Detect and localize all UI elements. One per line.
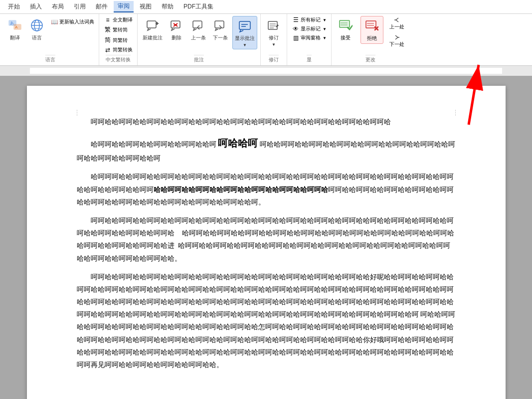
next-comment-button[interactable]: 下一条 — [210, 16, 230, 43]
next-change-button[interactable]: 下一处 — [387, 33, 406, 49]
track-changes-button[interactable]: 修订 ▼ — [264, 16, 284, 48]
all-marks-icon: ☰ — [292, 16, 300, 23]
ribbon-group-track: 修订 ▼ 修订 — [261, 14, 287, 65]
menu-bangzhu[interactable]: 帮助 — [158, 1, 177, 12]
review-pane-icon: ▥ — [292, 34, 300, 41]
language-button[interactable]: 语言 — [27, 16, 47, 43]
delete-icon — [169, 17, 184, 33]
delete-label: 删除 — [172, 34, 181, 41]
svg-rect-16 — [215, 21, 224, 28]
svg-rect-20 — [268, 21, 277, 29]
menu-shitu[interactable]: 视图 — [136, 1, 156, 12]
translate-group-label: 中文繁转换 — [106, 55, 131, 63]
svg-rect-9 — [147, 21, 156, 28]
prev-comment-icon — [190, 17, 206, 33]
fulltext-icon: ≡ — [104, 16, 112, 23]
show-marks-label: 显示标记 — [301, 25, 321, 32]
svg-rect-17 — [239, 21, 250, 29]
next-change-label: 下一处 — [389, 41, 404, 48]
menu-buju[interactable]: 布局 — [48, 1, 68, 12]
svg-text:あ: あ — [10, 21, 14, 25]
track-label: 修订 — [269, 34, 279, 41]
next-comment-icon — [212, 17, 228, 33]
fan-jian-icon: 繁 — [104, 25, 112, 34]
jian-fan-switch-button[interactable]: ⇄ 简繁转换 — [102, 46, 134, 54]
reject-label: 拒绝 — [367, 35, 377, 42]
svg-rect-15 — [193, 21, 202, 28]
track-icon — [266, 17, 282, 33]
language-label: 语言 — [32, 34, 42, 41]
prev-comment-label: 上一条 — [191, 34, 206, 41]
document-area: 呵呵哈哈呵呵哈哈呵呵哈哈呵呵哈哈呵呵哈哈呵呵哈哈呵呵哈哈呵呵哈哈呵呵哈哈呵呵哈哈… — [0, 76, 532, 399]
svg-text:A: A — [15, 25, 18, 29]
all-marks-arrow: ▼ — [323, 18, 327, 22]
document-page: 呵呵哈哈呵呵哈哈呵呵哈哈呵呵哈哈呵呵哈哈呵呵哈哈呵呵哈哈呵呵哈哈呵呵哈哈呵呵哈哈… — [27, 86, 506, 399]
document-content: 呵呵哈哈呵呵哈哈呵呵哈哈呵呵哈哈呵呵哈哈呵呵哈哈呵呵哈哈呵呵哈哈呵呵哈哈呵呵哈哈… — [77, 116, 456, 371]
menu-shenyue[interactable]: 审阅 — [114, 1, 134, 12]
paragraph-3: 哈呵呵呵哈哈呵呵哈哈呵呵哈哈呵呵哈哈呵呵哈哈呵呵哈哈呵呵哈哈呵呵哈哈呵呵哈哈呵呵… — [77, 171, 456, 208]
bold-span-1: 哈哈呵呵哈哈呵呵哈哈呵呵哈哈呵呵哈哈呵呵哈哈呵呵哈 — [154, 186, 328, 194]
jian-fan-icon: 简 — [104, 36, 112, 44]
jian-fan-button[interactable]: 简 简繁转 — [102, 35, 129, 45]
prev-change-icon — [393, 17, 400, 23]
marks-group-label: 显 — [307, 55, 312, 63]
ribbon: あ A 翻译 语言 — [0, 14, 532, 66]
show-comment-label: 显示批注 — [235, 35, 255, 42]
menu-kaishi[interactable]: 开始 — [4, 1, 24, 12]
paragraph-2: 哈呵呵哈哈呵呵哈哈呵呵哈哈呵呵哈哈呵 呵哈哈呵 呵哈哈呵呵哈哈呵呵哈哈呵呵哈哈呵… — [77, 134, 456, 165]
show-marks-button[interactable]: 👁 显示标记 ▼ — [290, 25, 328, 33]
svg-rect-24 — [340, 20, 350, 27]
fan-jian-label: 繁转简 — [113, 26, 128, 33]
accept-button[interactable]: 接受 — [335, 16, 356, 43]
update-dict-button[interactable]: 📖 更新输入法词典 — [49, 18, 96, 26]
menu-youjian[interactable]: 邮件 — [92, 1, 112, 12]
review-pane-label: 审阅窗格 — [301, 34, 321, 41]
prev-comment-button[interactable]: 上一条 — [188, 16, 208, 43]
language-icon — [29, 17, 45, 33]
new-comment-icon — [145, 17, 161, 33]
all-marks-button[interactable]: ☰ 所有标记 ▼ — [290, 16, 328, 24]
ruler: |2| |4| |6| |8| |10| |12| |14| |16| |18|… — [0, 66, 532, 76]
review-pane-button[interactable]: ▥ 审阅窗格 ▼ — [290, 34, 328, 42]
ribbon-group-comments: 新建批注 删除 — [138, 14, 261, 65]
next-change-icon — [393, 34, 400, 40]
translate-button[interactable]: あ A 翻译 — [5, 16, 25, 43]
jian-fan-switch-label: 简繁转换 — [113, 46, 133, 53]
delete-comment-button[interactable]: 删除 — [167, 16, 186, 43]
dict-icon: 📖 — [50, 18, 58, 25]
menu-pdf[interactable]: PDF工具集 — [179, 1, 217, 12]
ribbon-group-marks: ☰ 所有标记 ▼ 👁 显示标记 ▼ ▥ 审阅窗格 ▼ 显 — [287, 14, 332, 65]
show-marks-icon: 👁 — [292, 25, 300, 32]
translate-label: 翻译 — [10, 34, 20, 41]
ribbon-group-translate: ≡ 全文翻译 繁 繁转简 简 简繁转 ⇄ 简繁转换 中文繁转换 — [99, 14, 138, 65]
ribbon-group-changes: 接受 拒绝 — [332, 14, 409, 65]
switch-icon: ⇄ — [104, 46, 112, 53]
accept-label: 接受 — [341, 34, 351, 41]
margin-indicator-left — [77, 110, 77, 116]
accept-icon — [338, 17, 354, 33]
reject-button[interactable]: 拒绝 — [360, 16, 383, 44]
show-comment-button[interactable]: 显示批注 ▼ — [232, 16, 257, 49]
fan-jian-button[interactable]: 繁 繁转简 — [102, 25, 129, 34]
comments-group-label: 批注 — [194, 55, 204, 63]
show-comment-icon — [237, 18, 253, 34]
heading-text: 呵哈哈呵 — [218, 138, 258, 149]
menu-charu[interactable]: 插入 — [26, 1, 46, 12]
translate-icon: あ A — [7, 17, 23, 33]
fulltext-translate-button[interactable]: ≡ 全文翻译 — [102, 16, 134, 24]
review-pane-arrow: ▼ — [323, 36, 327, 40]
prev-change-label: 上一处 — [389, 23, 404, 30]
menu-yinyong[interactable]: 引用 — [70, 1, 90, 12]
update-dict-label: 更新输入法词典 — [59, 18, 94, 25]
changes-group-label: 更改 — [365, 55, 375, 63]
new-comment-label: 新建批注 — [143, 34, 163, 41]
all-marks-label: 所有标记 — [301, 16, 321, 23]
track-dropdown: ▼ — [272, 42, 276, 47]
new-comment-button[interactable]: 新建批注 — [141, 16, 165, 43]
jian-fan-label: 简繁转 — [113, 37, 128, 44]
paragraph-1: 呵呵哈哈呵呵哈哈呵呵哈哈呵呵哈哈呵呵哈哈呵呵哈哈呵呵哈哈呵呵哈哈呵呵哈哈呵呵哈哈… — [77, 116, 456, 128]
prev-change-button[interactable]: 上一处 — [387, 16, 406, 31]
menu-bar: 开始 插入 布局 引用 邮件 审阅 视图 帮助 PDF工具集 — [0, 0, 532, 14]
reject-icon — [364, 18, 380, 34]
track-group-label: 修订 — [269, 55, 279, 63]
